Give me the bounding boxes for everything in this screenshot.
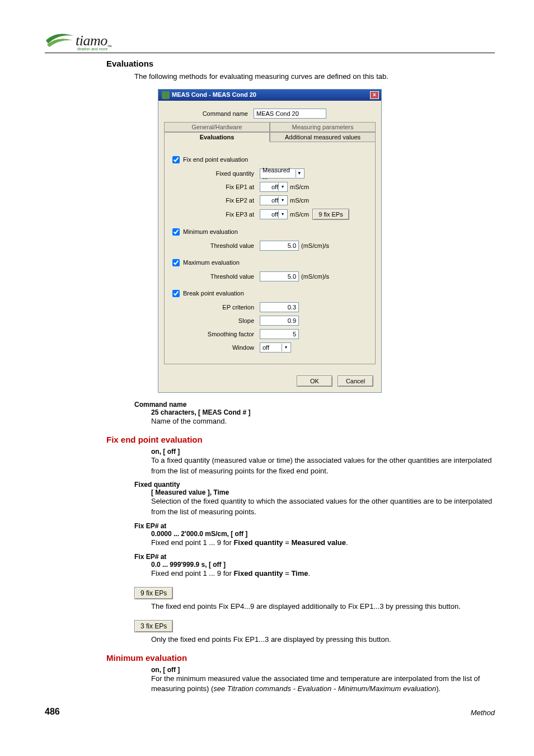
chevron-down-icon: ▾	[282, 344, 289, 351]
def-fixed-quantity-spec: [ Measured value ], Time	[151, 489, 495, 496]
fix-ep3-label: Fix EP3 at	[170, 211, 260, 218]
def-min-onoff-spec: on, [ off ]	[151, 666, 495, 674]
evaluations-panel: Fix end point evaluation Fixed quantity …	[164, 142, 376, 364]
page-number: 486	[45, 707, 60, 717]
def-command-name-spec: 25 characters, [ MEAS Cond # ]	[151, 408, 495, 416]
def-fix-ep-b-text: Fixed end point 1 ... 9 for Fixed quanti…	[151, 569, 495, 579]
maximum-evaluation-checkbox[interactable]	[172, 259, 180, 266]
chevron-down-icon: ▼	[296, 170, 303, 177]
dialog-title-text: MEAS Cond - MEAS Cond 20	[172, 91, 256, 98]
nine-fix-eps-inline-button[interactable]: 9 fix EPs	[134, 587, 173, 599]
fix-ep2-label: Fix EP2 at	[170, 197, 260, 204]
close-icon[interactable]: ×	[370, 91, 379, 99]
def-fix-ep-b-spec: 0.0 ... 999'999.9 s, [ off ]	[151, 561, 495, 569]
three-fix-eps-inline-button[interactable]: 3 fix EPs	[134, 620, 173, 632]
logo-trademark: ™	[107, 44, 112, 49]
header-rule	[45, 53, 495, 53]
fix-ep2-unit: mS/cm	[290, 197, 309, 204]
break-point-label: Break point evaluation	[183, 290, 244, 297]
logo-tagline: titration and more	[77, 47, 495, 51]
max-threshold-label: Threshold value	[170, 273, 260, 280]
ep-criterion-label: EP criterion	[170, 304, 260, 311]
chevron-down-icon: ▾	[278, 196, 286, 204]
heading-fix-end-point: Fix end point evaluation	[106, 435, 495, 444]
def-fix-ep-a-spec: 0.0000 ... 2'000.0 mS/cm, [ off ]	[151, 530, 495, 538]
ok-button[interactable]: OK	[297, 375, 332, 387]
section-title: Evaluations	[106, 59, 495, 68]
nine-fix-eps-button[interactable]: 9 fix EPs	[312, 209, 349, 220]
chevron-down-icon: ▾	[278, 183, 286, 191]
fix-ep3-input[interactable]: off▾	[260, 209, 288, 219]
cancel-button[interactable]: Cancel	[338, 375, 373, 387]
fix-end-point-label: Fix end point evaluation	[183, 156, 248, 163]
min-threshold-input[interactable]	[260, 241, 299, 251]
ep-criterion-input[interactable]	[260, 302, 299, 312]
fix-ep1-unit: mS/cm	[290, 184, 309, 190]
break-point-checkbox[interactable]	[172, 290, 180, 297]
window-select[interactable]: off▾	[260, 342, 291, 353]
fix-end-point-checkbox[interactable]	[172, 156, 180, 163]
tab-measuring-parameters[interactable]: Measuring parameters	[270, 122, 376, 132]
brand-logo: tiamo™	[45, 28, 495, 49]
def-fixed-quantity-term: Fixed quantity	[134, 481, 495, 489]
max-threshold-input[interactable]	[260, 271, 299, 281]
smoothing-factor-input[interactable]	[260, 329, 299, 339]
window-label: Window	[170, 344, 260, 351]
dialog-app-icon	[162, 91, 170, 99]
fixed-quantity-select[interactable]: Measured ...▼	[260, 168, 305, 179]
command-name-input[interactable]	[254, 109, 326, 119]
def-command-name-term: Command name	[134, 401, 495, 408]
smoothing-factor-label: Smoothing factor	[170, 331, 260, 337]
def-9fix-text: The fixed end points Fix EP4...9 are dis…	[151, 602, 495, 612]
def-min-onoff-text: For the minimum measured value the assoc…	[151, 674, 495, 695]
tab-general-hardware[interactable]: General/Hardware	[164, 122, 270, 132]
min-threshold-unit: (mS/cm)/s	[301, 242, 329, 249]
dialog-titlebar: MEAS Cond - MEAS Cond 20 ×	[158, 90, 381, 101]
min-threshold-label: Threshold value	[170, 242, 260, 249]
minimum-evaluation-checkbox[interactable]	[172, 228, 180, 236]
fixed-quantity-label: Fixed quantity	[170, 170, 260, 177]
fix-ep1-input[interactable]: off▾	[260, 182, 288, 192]
def-fix-ep-a-text: Fixed end point 1 ... 9 for Fixed quanti…	[151, 538, 495, 548]
command-name-label: Command name	[164, 110, 254, 117]
minimum-evaluation-label: Minimum evaluation	[183, 228, 238, 235]
tab-additional-measured-values[interactable]: Additional measured values	[270, 132, 376, 142]
def-fix-onoff-spec: on, [ off ]	[151, 448, 495, 456]
heading-minimum-evaluation: Minimum evaluation	[106, 653, 495, 663]
def-3fix-text: Only the fixed end points Fix EP1...3 ar…	[151, 635, 495, 645]
tab-evaluations[interactable]: Evaluations	[164, 132, 270, 142]
def-fixed-quantity-text: Selection of the fixed quantity to which…	[151, 496, 495, 518]
max-threshold-unit: (mS/cm)/s	[301, 273, 329, 280]
logo-swoosh-icon	[45, 28, 76, 49]
slope-label: Slope	[170, 317, 260, 324]
section-intro: The following methods for evaluating mea…	[134, 72, 495, 82]
def-fix-onoff-text: To a fixed quantity (measured value or t…	[151, 456, 495, 477]
chevron-down-icon: ▾	[278, 210, 286, 218]
def-fix-ep-a-term: Fix EP# at	[134, 522, 495, 530]
slope-input[interactable]	[260, 316, 299, 326]
def-fix-ep-b-term: Fix EP# at	[134, 553, 495, 561]
fix-ep2-input[interactable]: off▾	[260, 195, 288, 205]
def-command-name-text: Name of the command.	[151, 416, 495, 427]
meas-cond-dialog: MEAS Cond - MEAS Cond 20 × Command name …	[158, 89, 382, 393]
fix-ep3-unit: mS/cm	[290, 211, 309, 218]
fix-ep1-label: Fix EP1 at	[170, 184, 260, 190]
maximum-evaluation-label: Maximum evaluation	[183, 259, 240, 266]
footer-category: Method	[471, 708, 495, 717]
